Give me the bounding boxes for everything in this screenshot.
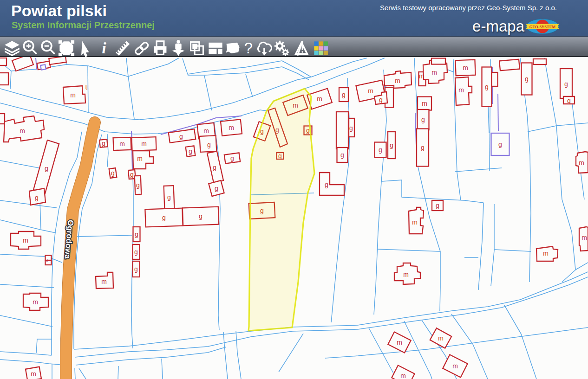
- svg-text:g: g: [130, 171, 134, 178]
- svg-text:m: m: [579, 159, 584, 167]
- svg-text:g: g: [199, 212, 203, 220]
- svg-text:ij: ij: [85, 85, 87, 90]
- svg-text:g: g: [421, 116, 425, 123]
- svg-text:g: g: [111, 169, 115, 177]
- svg-text:g: g: [567, 97, 571, 104]
- svg-text:g: g: [102, 140, 105, 147]
- svg-text:g: g: [189, 148, 192, 155]
- svg-text:g: g: [421, 144, 425, 151]
- svg-text:g: g: [167, 193, 171, 201]
- svg-text:g: g: [135, 231, 138, 238]
- svg-text:m: m: [581, 234, 587, 241]
- svg-text:m: m: [438, 334, 444, 342]
- svg-text:m: m: [543, 250, 549, 257]
- svg-text:g: g: [136, 181, 140, 189]
- svg-text:g: g: [498, 141, 502, 148]
- svg-text:g: g: [342, 91, 346, 98]
- svg-text:g: g: [207, 141, 211, 148]
- svg-text:i: i: [102, 39, 106, 57]
- svg-text:g: g: [213, 164, 216, 171]
- svg-text:m: m: [70, 91, 76, 99]
- svg-text:g: g: [179, 133, 183, 140]
- svg-text:g: g: [349, 124, 353, 132]
- svg-text:m: m: [412, 218, 418, 226]
- svg-text:g: g: [45, 165, 48, 172]
- svg-text:m: m: [422, 100, 427, 107]
- svg-text:m: m: [20, 127, 25, 135]
- svg-text:m: m: [400, 372, 406, 379]
- svg-text:m: m: [403, 271, 409, 278]
- svg-text:g: g: [134, 265, 138, 273]
- svg-text:m: m: [458, 86, 464, 94]
- svg-text:m: m: [368, 87, 373, 95]
- svg-text:g: g: [162, 214, 166, 221]
- svg-text:g: g: [340, 151, 344, 159]
- svg-text:m: m: [452, 362, 458, 370]
- svg-text:m: m: [119, 140, 125, 148]
- svg-text:g: g: [390, 141, 393, 149]
- svg-text:g: g: [379, 146, 382, 154]
- svg-text:m: m: [23, 237, 28, 244]
- svg-text:m: m: [317, 95, 322, 103]
- svg-text:m: m: [203, 127, 209, 135]
- svg-text:g: g: [325, 181, 328, 188]
- svg-text:il: il: [46, 258, 48, 263]
- svg-text:m: m: [463, 64, 468, 71]
- svg-text:m: m: [141, 140, 147, 148]
- svg-text:g: g: [134, 248, 138, 256]
- svg-text:g: g: [379, 96, 383, 103]
- svg-text:m: m: [33, 298, 38, 306]
- svg-text:m: m: [419, 72, 425, 80]
- svg-text:m: m: [101, 278, 107, 285]
- svg-text:m: m: [431, 69, 437, 76]
- svg-text:m: m: [395, 77, 400, 84]
- svg-text:g: g: [230, 154, 234, 162]
- svg-text:?: ?: [244, 39, 253, 57]
- svg-text:g: g: [436, 202, 439, 209]
- svg-text:g: g: [485, 83, 489, 90]
- svg-text:GEO-SYSTEM: GEO-SYSTEM: [529, 25, 556, 29]
- svg-text:m: m: [31, 370, 36, 378]
- svg-text:m: m: [229, 124, 234, 131]
- svg-text:g: g: [215, 185, 218, 192]
- svg-text:g: g: [525, 75, 529, 83]
- svg-text:m: m: [397, 339, 402, 346]
- svg-text:m: m: [137, 155, 143, 162]
- svg-text:g: g: [564, 80, 568, 88]
- svg-text:g: g: [35, 194, 39, 201]
